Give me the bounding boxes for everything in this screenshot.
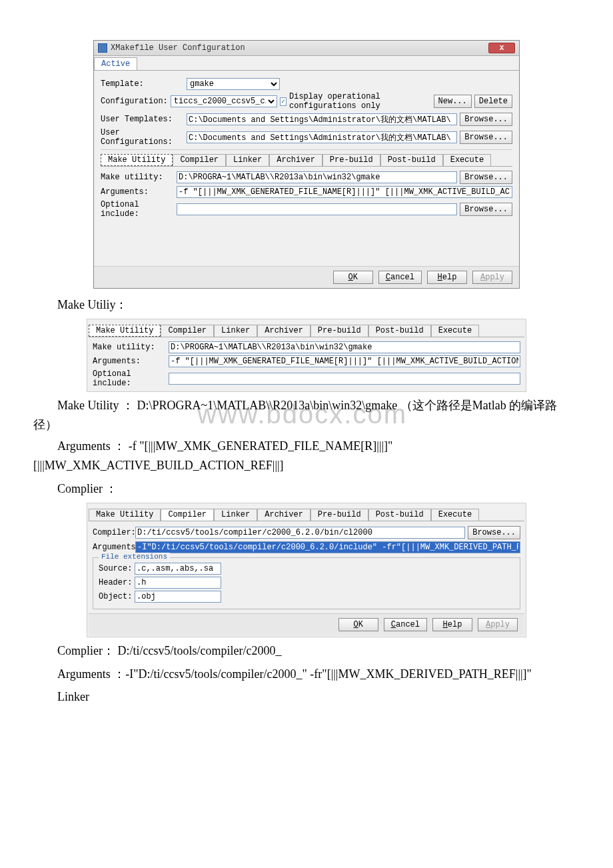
- dialog-footer: OK Cancel Help Apply: [94, 266, 519, 288]
- tool-tabs: Make Utility Compiler Linker Archiver Pr…: [101, 154, 512, 167]
- ok-button[interactable]: OK: [338, 618, 378, 631]
- display-op-checkbox[interactable]: ✓: [280, 97, 287, 106]
- legend-file-extensions: File extensions: [99, 553, 170, 561]
- tab-linker[interactable]: Linker: [214, 325, 257, 337]
- tab-post-build[interactable]: Post-build: [368, 325, 431, 337]
- tab-active[interactable]: Active: [94, 57, 137, 70]
- text-arguments: Arguments ： -f "[|||MW_XMK_GENERATED_FIL…: [33, 437, 580, 475]
- tab-execute[interactable]: Execute: [443, 154, 491, 166]
- arguments-input[interactable]: [169, 355, 520, 367]
- cancel-button[interactable]: Cancel: [384, 618, 427, 631]
- tab-pre-build[interactable]: Pre-build: [322, 154, 380, 166]
- tab-pre-build[interactable]: Pre-build: [310, 325, 368, 337]
- label-optional-include: Optional include:: [101, 200, 174, 219]
- browse-config-button[interactable]: Browse...: [460, 131, 512, 144]
- browse-templates-button[interactable]: Browse...: [460, 113, 512, 126]
- optional-include-input[interactable]: [177, 203, 457, 215]
- user-config-input[interactable]: [187, 131, 457, 143]
- header-ext-input[interactable]: [135, 577, 221, 589]
- file-extensions-group: File extensions Source: Header: Object:: [93, 557, 520, 609]
- label-object: Object:: [99, 592, 132, 601]
- label-arguments: Arguments:: [93, 357, 166, 366]
- page-tabs: Active: [94, 56, 519, 71]
- delete-button[interactable]: Delete: [474, 95, 512, 108]
- object-ext-input[interactable]: [135, 591, 221, 603]
- tab-post-build[interactable]: Post-build: [380, 154, 443, 166]
- label-configuration: Configuration:: [101, 97, 168, 106]
- tab-compiler[interactable]: Compiler: [161, 509, 214, 521]
- tab-execute[interactable]: Execute: [431, 509, 479, 521]
- tab-linker[interactable]: Linker: [226, 154, 269, 166]
- make-utility-input[interactable]: [177, 171, 457, 183]
- ok-button[interactable]: OK: [333, 271, 373, 284]
- browse-compiler-button[interactable]: Browse...: [468, 526, 520, 539]
- tab-archiver[interactable]: Archiver: [269, 154, 322, 166]
- configuration-select[interactable]: ticcs_c2000_ccsv5_clone: [171, 95, 277, 107]
- source-ext-input[interactable]: [135, 563, 221, 575]
- display-op-label: Display operational configurations only: [289, 92, 428, 111]
- label-template: Template:: [101, 79, 184, 89]
- label-optional-include: Optional include:: [93, 369, 166, 388]
- user-templates-input[interactable]: [187, 113, 457, 125]
- titlebar: XMakefile User Configuration X: [94, 41, 519, 56]
- xmakefile-dialog: XMakefile User Configuration X Active Te…: [93, 40, 520, 289]
- heading-make-utility: Make Utiliy：: [33, 295, 580, 315]
- apply-button[interactable]: Apply: [472, 271, 512, 284]
- tab-compiler[interactable]: Compiler: [173, 154, 226, 166]
- text-compiler-args: Arguments ：-I"D:/ti/ccsv5/tools/compiler…: [33, 665, 580, 684]
- make-utility-input[interactable]: [169, 341, 520, 353]
- tab-linker[interactable]: Linker: [214, 509, 257, 521]
- compiler-arguments-input[interactable]: [135, 541, 520, 553]
- tab-post-build[interactable]: Post-build: [368, 509, 431, 521]
- label-make-utility: Make utility:: [101, 173, 174, 182]
- tab-archiver[interactable]: Archiver: [257, 509, 310, 521]
- tab-make-utility[interactable]: Make Utility: [89, 509, 161, 521]
- window-title: XMakefile User Configuration: [111, 43, 488, 53]
- make-utility-panel: Make Utility Compiler Linker Archiver Pr…: [87, 319, 526, 392]
- label-source: Source:: [99, 564, 132, 573]
- app-icon: [98, 43, 107, 53]
- compiler-input[interactable]: [135, 527, 465, 539]
- apply-button[interactable]: Apply: [478, 618, 518, 631]
- label-compiler: Compiler:: [93, 528, 133, 537]
- label-user-configurations: User Configurations:: [101, 128, 184, 147]
- tab-make-utility[interactable]: Make Utility: [101, 154, 173, 166]
- help-button[interactable]: Help: [432, 618, 472, 631]
- label-make-utility: Make utility:: [93, 343, 166, 352]
- text-make-utility-path: Make Utility ： D:\PROGRA~1\MATLAB\\R2013…: [33, 396, 580, 435]
- close-icon[interactable]: X: [488, 43, 515, 53]
- compiler-footer: OK Cancel Help Apply: [89, 613, 524, 635]
- label-arguments: Arguments:: [101, 187, 174, 197]
- text-compiler-path: Complier： D:/ti/ccsv5/tools/compiler/c20…: [33, 641, 580, 661]
- cancel-button[interactable]: Cancel: [378, 271, 422, 284]
- label-arguments: Arguments:: [93, 543, 133, 552]
- new-button[interactable]: New...: [434, 95, 472, 108]
- heading-linker: Linker: [33, 687, 580, 707]
- optional-include-input[interactable]: [169, 373, 520, 385]
- tab-make-utility[interactable]: Make Utility: [89, 325, 161, 337]
- help-button[interactable]: Help: [427, 271, 467, 284]
- browse-optional-button[interactable]: Browse...: [460, 203, 512, 216]
- template-select[interactable]: gmake: [187, 78, 280, 90]
- compiler-panel: Make Utility Compiler Linker Archiver Pr…: [87, 503, 526, 637]
- arguments-input[interactable]: [177, 186, 512, 198]
- tab-compiler[interactable]: Compiler: [161, 325, 214, 337]
- tab-pre-build[interactable]: Pre-build: [310, 509, 368, 521]
- heading-compiler: Complier ：: [33, 479, 580, 499]
- browse-make-button[interactable]: Browse...: [460, 171, 512, 184]
- label-header: Header:: [99, 578, 132, 587]
- tab-archiver[interactable]: Archiver: [257, 325, 310, 337]
- label-user-templates: User Templates:: [101, 115, 184, 124]
- tab-execute[interactable]: Execute: [431, 325, 479, 337]
